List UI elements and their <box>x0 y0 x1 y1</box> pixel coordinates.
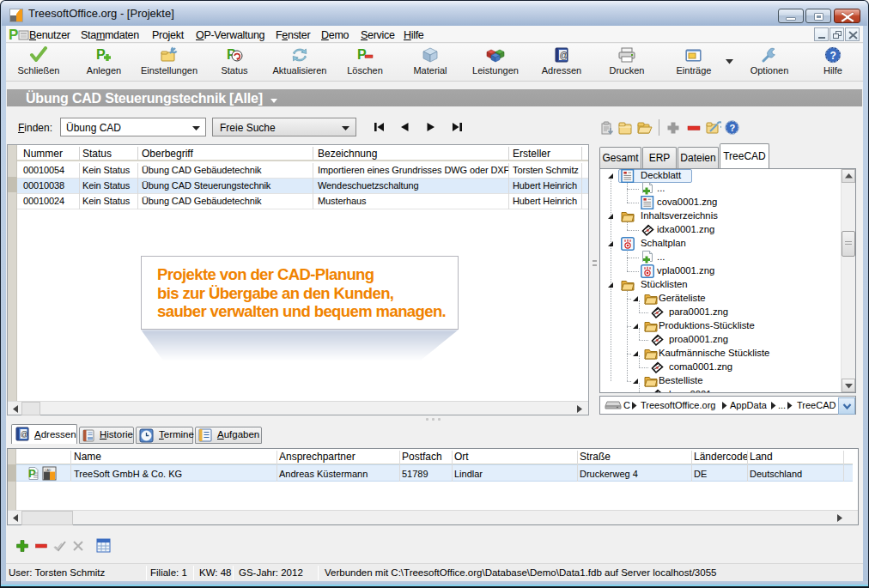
svg-text:?: ? <box>729 123 735 133</box>
svg-text:@: @ <box>21 430 28 439</box>
svg-text:@: @ <box>560 51 568 60</box>
svg-text:P: P <box>96 47 106 62</box>
svg-text:P: P <box>357 47 367 62</box>
svg-text:P: P <box>9 27 18 42</box>
svg-text:P: P <box>28 467 36 480</box>
svg-text:CAD: CAD <box>45 469 52 472</box>
svg-text:?: ? <box>830 50 836 62</box>
